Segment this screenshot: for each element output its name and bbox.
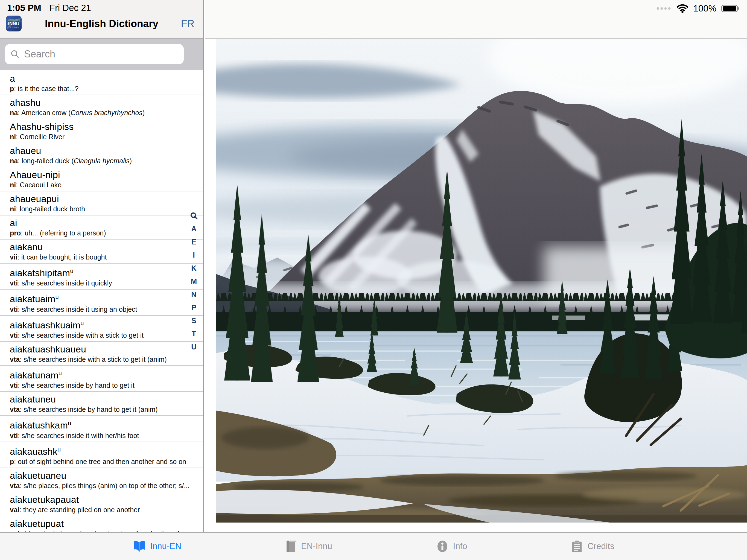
entry-headword: aiakauashku — [10, 444, 191, 457]
entry-definition: vai: things (anim) are placed, set on to… — [10, 529, 191, 532]
dictionary-entry[interactable]: aiakatuashkuaueuvta: s/he searches insid… — [0, 342, 203, 366]
dictionary-entry[interactable]: ahaueuna: long-tailed duck (Clangula hye… — [0, 143, 203, 167]
entry-definition: vta: s/he searches inside with a stick t… — [10, 355, 191, 364]
dictionary-entry[interactable]: Ahaueu-nipini: Cacaoui Lake — [0, 167, 203, 192]
entry-list: ap: is it the case that...?ahashuna: Ame… — [0, 70, 203, 532]
entry-headword: aiakuetukapauat — [10, 494, 191, 505]
landscape-photo — [216, 39, 747, 523]
entry-definition: vta: s/he searches inside by hand to get… — [10, 405, 191, 414]
entry-definition: ni: long-tailed duck broth — [10, 205, 191, 213]
detail-pane — [205, 0, 747, 532]
entry-headword: aiakatshipitamu — [10, 265, 191, 279]
dictionary-entry[interactable]: aiakuetupuatvai: things (anim) are place… — [0, 516, 203, 532]
dictionary-entry[interactable]: aiakatushkamuvti: s/he searches inside i… — [0, 416, 203, 442]
sidebar: 1:05 PM Fri Dec 21 Dictionnaire INNU Dic… — [0, 0, 204, 532]
section-index: AEIKMNPSTU — [189, 212, 199, 351]
page-title: Innu-English Dictionary — [0, 18, 203, 29]
search-band — [0, 39, 203, 70]
tab-credits[interactable]: Credits — [571, 540, 614, 553]
entry-definition: na: American crow (Corvus brachyrhynchos… — [10, 108, 191, 117]
index-letter-n[interactable]: N — [191, 291, 197, 298]
wifi-icon — [676, 4, 689, 13]
entry-definition: na: long-tailed duck (Clangula hyemalis) — [10, 156, 191, 165]
entry-headword: aiakuetuaneu — [10, 470, 191, 481]
entry-definition: vii: it can be bought, it is bought — [10, 253, 191, 261]
status-time: 1:05 PM — [7, 3, 41, 13]
cellular-dots-icon — [656, 7, 672, 10]
open-book-icon — [133, 540, 146, 552]
entry-definition: vti: s/he searches inside by hand to get… — [10, 381, 191, 390]
tab-label: Credits — [587, 541, 614, 551]
entry-definition: p: is it the case that...? — [10, 84, 191, 93]
search-input[interactable] — [24, 48, 178, 60]
index-letter-i[interactable]: I — [193, 251, 195, 259]
dictionary-entry[interactable]: ahaueuapuini: long-tailed duck broth — [0, 192, 203, 215]
dictionary-entry[interactable]: aiakatunamuvti: s/he searches inside by … — [0, 366, 203, 392]
entry-definition: vti: s/he searches inside it with her/hi… — [10, 431, 191, 440]
dictionary-entry[interactable]: aiakuetuaneuvta: s/he places, piles thin… — [0, 468, 203, 492]
entry-definition: vti: s/he searches inside it using an ob… — [10, 305, 191, 314]
closed-book-icon — [285, 540, 297, 553]
entry-headword: aiakanu — [10, 241, 191, 253]
search-field[interactable] — [5, 44, 184, 64]
index-letter-s[interactable]: S — [191, 317, 196, 325]
entry-headword: ahashu — [10, 97, 191, 108]
index-search-icon[interactable] — [190, 212, 198, 220]
dictionary-entry[interactable]: Ahashu-shipissni: Corneille River — [0, 119, 203, 143]
tab-innu-en[interactable]: Innu-EN — [133, 540, 181, 552]
entry-definition: p: out of sight behind one tree and then… — [10, 457, 191, 466]
battery-icon — [721, 4, 741, 13]
dictionary-entry[interactable]: aiakauashkup: out of sight behind one tr… — [0, 442, 203, 468]
tab-bar: Innu-EN EN-Innu Info Credits — [0, 532, 747, 560]
entry-definition: vta: s/he places, piles things (anim) on… — [10, 481, 191, 490]
entry-definition: ni: Corneille River — [10, 132, 191, 141]
entry-headword: aiakatuaimu — [10, 291, 191, 305]
entry-definition: pro: uh... (referring to a person) — [10, 229, 191, 237]
dictionary-entry[interactable]: aiakuetukapauatvai: they are standing pi… — [0, 492, 203, 516]
entry-headword: aiakatuashkuaueu — [10, 343, 191, 355]
tab-label: EN-Innu — [301, 541, 332, 551]
dictionary-entry[interactable]: ahashuna: American crow (Corvus brachyrh… — [0, 95, 203, 119]
dictionary-entry[interactable]: aiakatuaimuvti: s/he searches inside it … — [0, 289, 203, 315]
info-icon — [436, 540, 449, 553]
tab-en-innu[interactable]: EN-Innu — [285, 540, 332, 553]
dictionary-entry[interactable]: aiakatuashkuaimuvti: s/he searches insid… — [0, 316, 203, 342]
search-icon — [10, 50, 20, 59]
tab-info[interactable]: Info — [436, 540, 467, 553]
entry-headword: Ahashu-shipiss — [10, 121, 191, 132]
dictionary-entry[interactable]: aiakatshipitamuvti: s/he searches inside… — [0, 263, 203, 289]
entry-headword: ahaueu — [10, 145, 191, 156]
entry-headword: aiakuetupuat — [10, 518, 191, 529]
dictionary-entry[interactable]: aiakatuneuvta: s/he searches inside by h… — [0, 392, 203, 416]
tab-label: Info — [453, 541, 467, 551]
language-toggle-button[interactable]: FR — [181, 18, 195, 29]
status-date: Fri Dec 21 — [50, 3, 91, 13]
dictionary-entry[interactable]: aipro: uh... (referring to a person) — [0, 215, 203, 239]
entry-definition: vti: s/he searches inside it quickly — [10, 279, 191, 287]
index-letter-a[interactable]: A — [191, 225, 197, 233]
dictionary-entry[interactable]: aiakanuvii: it can be bought, it is boug… — [0, 239, 203, 263]
entry-headword: ai — [10, 217, 191, 229]
index-letter-k[interactable]: K — [191, 264, 197, 272]
battery-percent: 100% — [693, 3, 716, 14]
dictionary-entry[interactable]: ap: is it the case that...? — [0, 71, 203, 95]
entry-headword: Ahaueu-nipi — [10, 169, 191, 180]
index-letter-t[interactable]: T — [192, 330, 196, 338]
index-letter-p[interactable]: P — [191, 304, 196, 311]
status-bar-right: 100% — [656, 3, 741, 14]
status-bar-left: 1:05 PM Fri Dec 21 — [7, 3, 91, 13]
entry-headword: aiakatuashkuaimu — [10, 317, 191, 331]
index-letter-u[interactable]: U — [191, 343, 197, 351]
entry-headword: aiakatushkamu — [10, 417, 191, 431]
entry-definition: vai: they are standing piled on one anot… — [10, 505, 191, 514]
entry-headword: aiakatuneu — [10, 393, 191, 405]
entry-definition: ni: Cacaoui Lake — [10, 180, 191, 189]
entry-headword: a — [10, 73, 191, 84]
index-letter-e[interactable]: E — [191, 238, 196, 246]
sidebar-header: 1:05 PM Fri Dec 21 Dictionnaire INNU Dic… — [0, 0, 203, 39]
entry-definition: vti: s/he searches inside with a stick t… — [10, 331, 191, 339]
index-letter-m[interactable]: M — [191, 278, 197, 285]
clipboard-icon — [571, 540, 583, 553]
entry-headword: ahaueuapui — [10, 193, 191, 205]
entry-headword: aiakatunamu — [10, 367, 191, 381]
